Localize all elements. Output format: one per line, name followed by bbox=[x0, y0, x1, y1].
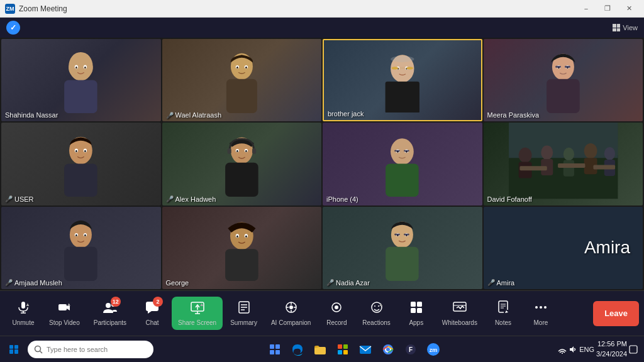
svg-rect-132 bbox=[275, 344, 280, 349]
svg-point-56 bbox=[518, 148, 531, 163]
video-cell-wael[interactable]: 🎤 Wael Alatraash bbox=[162, 39, 322, 121]
apps-button[interactable]: Apps bbox=[398, 297, 435, 330]
video-cell-user[interactable]: 🎤 USER bbox=[1, 123, 161, 205]
video-cell-amjaad[interactable]: 🎤 Amjaad Musleh bbox=[1, 207, 161, 289]
summary-button[interactable]: Summary bbox=[224, 297, 264, 330]
participant-name-nadia: 🎤 Nadia Azar bbox=[326, 279, 370, 287]
svg-rect-118 bbox=[417, 308, 422, 313]
edge-browser-icon[interactable] bbox=[287, 339, 308, 360]
participant-video-alex bbox=[178, 131, 306, 197]
video-camera-icon: ▲ bbox=[57, 300, 71, 317]
participants-button[interactable]: ▲ 12 Participants bbox=[87, 297, 133, 330]
svg-line-130 bbox=[40, 351, 43, 353]
task-view-icon[interactable] bbox=[264, 339, 286, 360]
participants-label: Participants bbox=[94, 319, 126, 326]
svg-point-42 bbox=[236, 150, 238, 152]
video-cell-iphone[interactable]: iPhone (4) bbox=[323, 123, 482, 205]
svg-rect-116 bbox=[417, 302, 422, 307]
svg-point-93 bbox=[106, 303, 111, 308]
svg-rect-138 bbox=[338, 350, 342, 354]
video-cell-meera[interactable]: Meera Paraskiva bbox=[484, 39, 643, 121]
chat-label: Chat bbox=[145, 319, 158, 326]
video-cell-nadia[interactable]: 🎤 Nadia Azar bbox=[323, 207, 482, 289]
muted-icon-user: 🎤 bbox=[5, 195, 13, 202]
search-input[interactable] bbox=[47, 346, 147, 353]
svg-point-21 bbox=[392, 67, 398, 69]
svg-rect-82 bbox=[386, 247, 419, 281]
video-cell-shahinda[interactable]: Shahinda Nassar bbox=[1, 39, 161, 121]
reactions-button[interactable]: ▲ Reactions bbox=[356, 297, 396, 330]
muted-icon-alex: 🎤 bbox=[166, 195, 174, 202]
start-button[interactable] bbox=[3, 339, 25, 360]
svg-point-36 bbox=[75, 150, 77, 153]
svg-point-23 bbox=[391, 56, 414, 62]
unmute-button[interactable]: ▲ Unmute bbox=[5, 297, 42, 330]
zoom-taskbar-icon[interactable]: zm bbox=[423, 339, 444, 360]
share-screen-label: Share Screen bbox=[178, 319, 216, 326]
svg-rect-135 bbox=[314, 347, 326, 354]
participants-icon: ▲ 12 bbox=[103, 300, 117, 317]
svg-point-13 bbox=[245, 67, 247, 69]
participant-name-alex: 🎤 Alex Hadweh bbox=[166, 195, 216, 203]
ai-companion-button[interactable]: AI Companion bbox=[265, 297, 317, 330]
svg-rect-66 bbox=[519, 167, 547, 171]
record-label: Record bbox=[326, 319, 347, 326]
windows-store-icon[interactable] bbox=[332, 339, 353, 360]
svg-rect-44 bbox=[227, 148, 231, 154]
participant-video-iphone bbox=[338, 131, 466, 197]
view-button[interactable]: View bbox=[613, 24, 638, 31]
summary-label: Summary bbox=[230, 319, 257, 326]
svg-rect-61 bbox=[563, 160, 574, 177]
svg-point-126 bbox=[535, 306, 538, 309]
video-cell-george[interactable]: George bbox=[162, 207, 322, 289]
file-explorer-icon[interactable] bbox=[309, 339, 331, 360]
svg-point-79 bbox=[236, 235, 238, 238]
notes-button[interactable]: Notes bbox=[485, 297, 521, 330]
taskbar-search-box[interactable] bbox=[28, 341, 153, 358]
mail-icon[interactable] bbox=[355, 339, 376, 360]
svg-point-58 bbox=[541, 146, 553, 160]
apps-icon bbox=[409, 300, 423, 317]
svg-rect-134 bbox=[275, 350, 280, 354]
svg-rect-31 bbox=[565, 66, 570, 68]
participant-name-amira: 🎤 Amira bbox=[487, 279, 515, 287]
svg-point-43 bbox=[245, 150, 247, 152]
participant-video-amjaad bbox=[17, 215, 145, 281]
chat-button[interactable]: 2 Chat bbox=[134, 297, 170, 330]
svg-rect-137 bbox=[343, 344, 348, 349]
svg-rect-47 bbox=[386, 164, 419, 197]
video-cell-david[interactable]: David Fofanoff bbox=[484, 123, 643, 205]
svg-rect-39 bbox=[225, 163, 258, 197]
stop-video-button[interactable]: ▲ Stop Video bbox=[43, 297, 86, 330]
restore-button[interactable]: ❐ bbox=[597, 3, 618, 15]
svg-rect-140 bbox=[360, 346, 371, 354]
zoom-app-icon: ZM bbox=[5, 4, 15, 14]
chat-badge: 2 bbox=[153, 297, 163, 307]
video-cell-alex[interactable]: 🎤 Alex Hadweh bbox=[162, 123, 322, 205]
whiteboards-button[interactable]: Whiteboards bbox=[436, 297, 484, 330]
video-cell-amira[interactable]: Amira 🎤 Amira bbox=[484, 207, 643, 289]
close-button[interactable]: ✕ bbox=[619, 3, 639, 15]
speaker-icon bbox=[569, 345, 577, 354]
svg-rect-52 bbox=[394, 150, 400, 152]
design-app-icon[interactable]: F bbox=[400, 339, 421, 360]
participant-video-david bbox=[484, 123, 643, 199]
record-button[interactable]: Record bbox=[318, 297, 355, 330]
svg-point-12 bbox=[236, 67, 238, 69]
leave-button[interactable]: Leave bbox=[593, 301, 639, 326]
more-button[interactable]: More bbox=[523, 297, 559, 330]
participant-video-shahinda bbox=[17, 47, 145, 113]
window-controls: − ❐ ✕ bbox=[576, 3, 639, 15]
svg-point-46 bbox=[391, 139, 414, 165]
summary-icon bbox=[237, 300, 251, 317]
video-cell-brother[interactable]: brother jack bbox=[323, 39, 482, 121]
more-icon bbox=[534, 300, 548, 317]
share-screen-button[interactable]: ▲ Share Screen bbox=[172, 297, 223, 330]
svg-point-74 bbox=[84, 234, 86, 236]
chrome-icon[interactable] bbox=[377, 339, 399, 360]
top-bar-right: View bbox=[613, 24, 638, 31]
chat-icon: 2 bbox=[145, 300, 159, 317]
notification-icon bbox=[629, 345, 638, 354]
windows-taskbar: F zm ENG 12:56 PM 3/24/2024 bbox=[0, 336, 644, 362]
minimize-button[interactable]: − bbox=[576, 3, 596, 15]
